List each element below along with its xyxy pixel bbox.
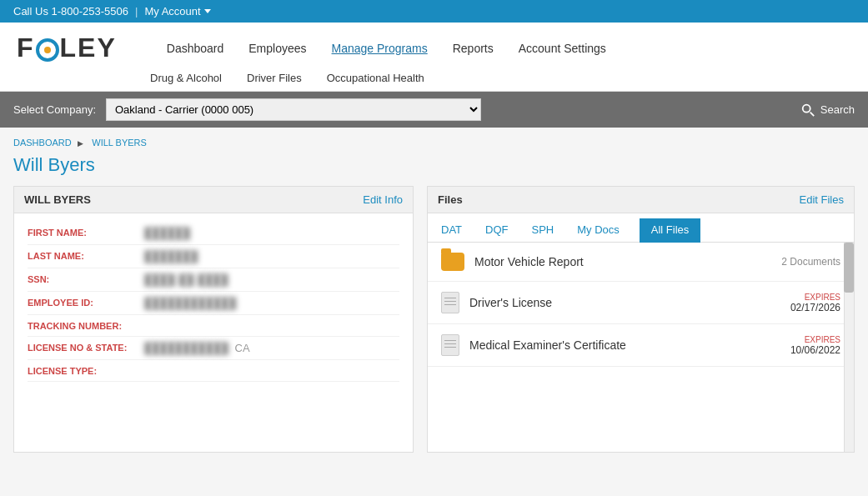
main-nav: Dashboard Employees Manage Programs Repo… bbox=[167, 42, 606, 55]
edit-files-link[interactable]: Edit Files bbox=[800, 193, 844, 206]
files-panel-header: Files Edit Files bbox=[428, 187, 854, 213]
nav-account-settings[interactable]: Account Settings bbox=[519, 42, 606, 55]
my-account-button[interactable]: My Account bbox=[144, 5, 210, 18]
search-icon bbox=[800, 103, 815, 118]
scrollbar[interactable] bbox=[844, 243, 854, 452]
caret-down-icon bbox=[204, 9, 211, 13]
my-account-label: My Account bbox=[144, 5, 200, 18]
file-row-mec[interactable]: Medical Examiner's Certificate EXPIRES 1… bbox=[428, 324, 854, 367]
file-name-mec: Medical Examiner's Certificate bbox=[469, 338, 780, 352]
nav-drug-alcohol[interactable]: Drug & Alcohol bbox=[150, 72, 222, 84]
scroll-thumb[interactable] bbox=[844, 243, 854, 293]
breadcrumb-current: WILL BYERS bbox=[92, 138, 147, 148]
folder-icon bbox=[441, 253, 464, 271]
ssn-value: ████-██-████ bbox=[144, 273, 399, 286]
info-row-ssn: SSN: ████-██-████ bbox=[28, 268, 399, 292]
nav-occupational-health[interactable]: Occupational Health bbox=[327, 72, 424, 84]
sub-nav: Drug & Alcohol Driver Files Occupational… bbox=[17, 67, 851, 91]
employee-panel-header: WILL BYERS Edit Info bbox=[14, 187, 413, 213]
breadcrumb-separator: ▶ bbox=[78, 139, 86, 148]
file-row-dl[interactable]: Driver's License EXPIRES 02/17/2026 bbox=[428, 282, 854, 324]
nav-driver-files[interactable]: Driver Files bbox=[247, 72, 302, 84]
tracking-label: TRACKING NUMBER: bbox=[28, 320, 144, 331]
expires-date-mec: 10/06/2022 bbox=[790, 344, 840, 356]
files-panel-title: Files bbox=[438, 193, 463, 206]
company-label: Select Company: bbox=[13, 103, 96, 116]
file-meta-mec: EXPIRES 10/06/2022 bbox=[790, 335, 840, 356]
lastname-value: ███████ bbox=[144, 250, 399, 263]
page-title: Will Byers bbox=[0, 151, 868, 186]
header: FLEY Dashboard Employees Manage Programs… bbox=[0, 23, 868, 92]
info-row-empid: EMPLOYEE ID: ████████████ bbox=[28, 292, 399, 315]
doc-icon bbox=[441, 292, 459, 313]
company-bar: Select Company: Oakland - Carrier (0000 … bbox=[0, 92, 868, 128]
content-area: WILL BYERS Edit Info FIRST NAME: ██████ … bbox=[0, 186, 868, 466]
employee-panel-title: WILL BYERS bbox=[24, 193, 91, 206]
firstname-label: FIRST NAME: bbox=[28, 227, 144, 238]
file-meta-dl: EXPIRES 02/17/2026 bbox=[790, 293, 840, 313]
company-select[interactable]: Oakland - Carrier (0000 005) bbox=[106, 98, 481, 121]
svg-line-1 bbox=[810, 112, 814, 116]
nav-reports[interactable]: Reports bbox=[453, 42, 494, 55]
file-count-mvr: 2 Documents bbox=[781, 256, 840, 268]
info-row-tracking: TRACKING NUMBER: bbox=[28, 315, 399, 337]
nav-manage-programs[interactable]: Manage Programs bbox=[332, 42, 428, 55]
license-type-label: LICENSE TYPE: bbox=[28, 365, 144, 376]
license-no-value: ███████████ CA bbox=[144, 342, 399, 354]
file-name-mvr: Motor Vehicle Report bbox=[474, 255, 771, 268]
files-tabs: DAT DQF SPH My Docs All Files bbox=[428, 213, 854, 243]
tab-dat[interactable]: DAT bbox=[438, 218, 465, 243]
file-row-mvr[interactable]: Motor Vehicle Report 2 Documents bbox=[428, 243, 854, 282]
info-row-license-type: LICENSE TYPE: bbox=[28, 360, 399, 382]
files-list: Motor Vehicle Report 2 Documents Driver'… bbox=[428, 243, 854, 452]
license-no-blurred: ███████████ bbox=[144, 342, 228, 354]
tab-my-docs[interactable]: My Docs bbox=[574, 218, 623, 243]
svg-point-0 bbox=[802, 104, 810, 112]
nav-dashboard[interactable]: Dashboard bbox=[167, 42, 224, 55]
top-bar: Call Us 1-800-253-5506 | My Account bbox=[0, 0, 868, 23]
nav-employees[interactable]: Employees bbox=[248, 42, 306, 55]
lastname-label: LAST NAME: bbox=[28, 250, 144, 261]
logo-o-icon bbox=[36, 38, 59, 62]
ssn-label: SSN: bbox=[28, 273, 144, 284]
breadcrumb-dashboard[interactable]: DASHBOARD bbox=[13, 138, 72, 148]
employee-panel: WILL BYERS Edit Info FIRST NAME: ██████ … bbox=[13, 186, 414, 453]
info-row-lastname: LAST NAME: ███████ bbox=[28, 245, 399, 268]
empid-label: EMPLOYEE ID: bbox=[28, 297, 144, 308]
firstname-value: ██████ bbox=[144, 227, 399, 239]
expires-date-dl: 02/17/2026 bbox=[790, 302, 840, 313]
tab-all-files[interactable]: All Files bbox=[640, 218, 701, 243]
expires-label-dl: EXPIRES bbox=[790, 293, 840, 302]
tab-sph[interactable]: SPH bbox=[529, 218, 558, 243]
expires-label-mec: EXPIRES bbox=[790, 335, 840, 344]
files-panel: Files Edit Files DAT DQF SPH My Docs All… bbox=[427, 186, 855, 453]
search-label: Search bbox=[820, 103, 855, 116]
file-name-dl: Driver's License bbox=[469, 296, 780, 309]
search-button[interactable]: Search bbox=[800, 103, 855, 118]
license-no-label: LICENSE NO & STATE: bbox=[28, 342, 144, 353]
phone-label: Call Us 1-800-253-5506 bbox=[13, 5, 128, 18]
logo: FLEY bbox=[17, 33, 117, 63]
doc-icon-mec bbox=[441, 334, 459, 356]
empid-value: ████████████ bbox=[144, 297, 399, 309]
tab-dqf[interactable]: DQF bbox=[482, 218, 511, 243]
info-row-firstname: FIRST NAME: ██████ bbox=[28, 222, 399, 245]
separator: | bbox=[135, 5, 138, 18]
employee-info-table: FIRST NAME: ██████ LAST NAME: ███████ SS… bbox=[14, 213, 413, 390]
nav-top: FLEY Dashboard Employees Manage Programs… bbox=[17, 23, 851, 67]
info-row-license-no: LICENSE NO & STATE: ███████████ CA bbox=[28, 337, 399, 360]
edit-info-link[interactable]: Edit Info bbox=[363, 193, 403, 206]
breadcrumb: DASHBOARD ▶ WILL BYERS bbox=[0, 128, 868, 151]
